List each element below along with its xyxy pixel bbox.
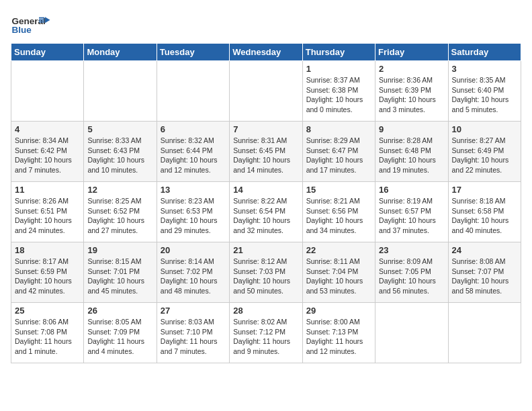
day-number: 17 (452, 185, 517, 195)
calendar-cell (84, 61, 157, 122)
weekday-header-monday: Monday (84, 44, 157, 61)
day-number: 5 (87, 124, 152, 134)
day-info: Sunrise: 8:29 AM Sunset: 6:47 PM Dayligh… (306, 136, 371, 175)
day-number: 1 (306, 64, 371, 74)
day-info: Sunrise: 8:14 AM Sunset: 7:02 PM Dayligh… (161, 257, 226, 296)
calendar-cell: 1Sunrise: 8:37 AM Sunset: 6:38 PM Daylig… (302, 61, 375, 122)
day-number: 25 (15, 306, 80, 316)
calendar-cell: 24Sunrise: 8:08 AM Sunset: 7:07 PM Dayli… (448, 242, 521, 303)
day-info: Sunrise: 8:06 AM Sunset: 7:08 PM Dayligh… (15, 317, 80, 357)
calendar-cell: 3Sunrise: 8:35 AM Sunset: 6:40 PM Daylig… (448, 61, 521, 122)
day-info: Sunrise: 8:28 AM Sunset: 6:48 PM Dayligh… (379, 136, 444, 175)
day-number: 28 (233, 306, 298, 316)
calendar-cell (448, 303, 521, 363)
calendar-cell: 21Sunrise: 8:12 AM Sunset: 7:03 PM Dayli… (230, 242, 302, 303)
calendar-week-1: 1Sunrise: 8:37 AM Sunset: 6:38 PM Daylig… (11, 61, 521, 122)
day-number: 27 (161, 306, 226, 316)
day-info: Sunrise: 8:31 AM Sunset: 6:45 PM Dayligh… (233, 136, 298, 175)
day-info: Sunrise: 8:02 AM Sunset: 7:12 PM Dayligh… (233, 317, 298, 357)
weekday-header-friday: Friday (375, 44, 448, 61)
calendar-cell: 4Sunrise: 8:34 AM Sunset: 6:42 PM Daylig… (11, 122, 84, 182)
day-info: Sunrise: 8:27 AM Sunset: 6:49 PM Dayligh… (452, 136, 517, 175)
calendar-header-row: SundayMondayTuesdayWednesdayThursdayFrid… (11, 44, 521, 61)
calendar-cell: 14Sunrise: 8:22 AM Sunset: 6:54 PM Dayli… (230, 182, 302, 242)
day-info: Sunrise: 8:00 AM Sunset: 7:13 PM Dayligh… (306, 317, 371, 357)
weekday-header-wednesday: Wednesday (230, 44, 302, 61)
calendar-cell: 28Sunrise: 8:02 AM Sunset: 7:12 PM Dayli… (230, 303, 302, 363)
day-info: Sunrise: 8:35 AM Sunset: 6:40 PM Dayligh… (452, 75, 517, 115)
logo-image: General Blue (11, 11, 51, 38)
day-number: 10 (452, 124, 517, 134)
calendar-cell: 23Sunrise: 8:09 AM Sunset: 7:05 PM Dayli… (375, 242, 448, 303)
calendar-cell: 20Sunrise: 8:14 AM Sunset: 7:02 PM Dayli… (157, 242, 229, 303)
day-number: 23 (379, 245, 444, 255)
calendar-cell: 26Sunrise: 8:05 AM Sunset: 7:09 PM Dayli… (84, 303, 157, 363)
calendar-cell: 19Sunrise: 8:15 AM Sunset: 7:01 PM Dayli… (84, 242, 157, 303)
svg-text:Blue: Blue (12, 25, 32, 35)
day-info: Sunrise: 8:05 AM Sunset: 7:09 PM Dayligh… (87, 317, 152, 357)
day-number: 4 (15, 124, 80, 134)
day-number: 20 (161, 245, 226, 255)
weekday-header-saturday: Saturday (448, 44, 521, 61)
day-number: 8 (306, 124, 371, 134)
weekday-header-sunday: Sunday (11, 44, 84, 61)
calendar-cell (375, 303, 448, 363)
day-info: Sunrise: 8:08 AM Sunset: 7:07 PM Dayligh… (452, 257, 517, 296)
calendar-cell: 8Sunrise: 8:29 AM Sunset: 6:47 PM Daylig… (302, 122, 375, 182)
page-header: General Blue (11, 11, 521, 38)
calendar-cell: 22Sunrise: 8:11 AM Sunset: 7:04 PM Dayli… (302, 242, 375, 303)
day-number: 16 (379, 185, 444, 195)
day-info: Sunrise: 8:23 AM Sunset: 6:53 PM Dayligh… (161, 196, 226, 236)
day-info: Sunrise: 8:12 AM Sunset: 7:03 PM Dayligh… (233, 257, 298, 296)
day-info: Sunrise: 8:11 AM Sunset: 7:04 PM Dayligh… (306, 257, 371, 296)
calendar-cell (157, 61, 229, 122)
day-info: Sunrise: 8:32 AM Sunset: 6:44 PM Dayligh… (161, 136, 226, 175)
day-number: 2 (379, 64, 444, 74)
calendar-cell: 11Sunrise: 8:26 AM Sunset: 6:51 PM Dayli… (11, 182, 84, 242)
weekday-header-tuesday: Tuesday (157, 44, 229, 61)
calendar-cell: 7Sunrise: 8:31 AM Sunset: 6:45 PM Daylig… (230, 122, 302, 182)
calendar-cell: 10Sunrise: 8:27 AM Sunset: 6:49 PM Dayli… (448, 122, 521, 182)
calendar-cell: 16Sunrise: 8:19 AM Sunset: 6:57 PM Dayli… (375, 182, 448, 242)
day-info: Sunrise: 8:25 AM Sunset: 6:52 PM Dayligh… (87, 196, 152, 236)
calendar-cell: 9Sunrise: 8:28 AM Sunset: 6:48 PM Daylig… (375, 122, 448, 182)
day-info: Sunrise: 8:22 AM Sunset: 6:54 PM Dayligh… (233, 196, 298, 236)
day-info: Sunrise: 8:33 AM Sunset: 6:43 PM Dayligh… (87, 136, 152, 175)
calendar-cell: 12Sunrise: 8:25 AM Sunset: 6:52 PM Dayli… (84, 182, 157, 242)
calendar-cell (11, 61, 84, 122)
day-info: Sunrise: 8:19 AM Sunset: 6:57 PM Dayligh… (379, 196, 444, 236)
day-number: 3 (452, 64, 517, 74)
day-info: Sunrise: 8:26 AM Sunset: 6:51 PM Dayligh… (15, 196, 80, 236)
day-info: Sunrise: 8:34 AM Sunset: 6:42 PM Dayligh… (15, 136, 80, 175)
day-info: Sunrise: 8:17 AM Sunset: 6:59 PM Dayligh… (15, 257, 80, 296)
calendar-cell: 18Sunrise: 8:17 AM Sunset: 6:59 PM Dayli… (11, 242, 84, 303)
day-info: Sunrise: 8:36 AM Sunset: 6:39 PM Dayligh… (379, 75, 444, 115)
logo: General Blue (11, 11, 51, 38)
day-number: 11 (15, 185, 80, 195)
calendar-cell: 29Sunrise: 8:00 AM Sunset: 7:13 PM Dayli… (302, 303, 375, 363)
calendar-cell: 15Sunrise: 8:21 AM Sunset: 6:56 PM Dayli… (302, 182, 375, 242)
calendar-cell (230, 61, 302, 122)
day-number: 9 (379, 124, 444, 134)
calendar-week-2: 4Sunrise: 8:34 AM Sunset: 6:42 PM Daylig… (11, 122, 521, 182)
calendar-cell: 25Sunrise: 8:06 AM Sunset: 7:08 PM Dayli… (11, 303, 84, 363)
svg-marker-2 (45, 17, 50, 23)
calendar-week-5: 25Sunrise: 8:06 AM Sunset: 7:08 PM Dayli… (11, 303, 521, 363)
day-number: 18 (15, 245, 80, 255)
calendar-week-3: 11Sunrise: 8:26 AM Sunset: 6:51 PM Dayli… (11, 182, 521, 242)
day-number: 24 (452, 245, 517, 255)
day-number: 29 (306, 306, 371, 316)
calendar-week-4: 18Sunrise: 8:17 AM Sunset: 6:59 PM Dayli… (11, 242, 521, 303)
day-number: 21 (233, 245, 298, 255)
calendar-cell: 27Sunrise: 8:03 AM Sunset: 7:10 PM Dayli… (157, 303, 229, 363)
day-number: 22 (306, 245, 371, 255)
weekday-header-thursday: Thursday (302, 44, 375, 61)
calendar-cell: 13Sunrise: 8:23 AM Sunset: 6:53 PM Dayli… (157, 182, 229, 242)
calendar-cell: 2Sunrise: 8:36 AM Sunset: 6:39 PM Daylig… (375, 61, 448, 122)
calendar-cell: 5Sunrise: 8:33 AM Sunset: 6:43 PM Daylig… (84, 122, 157, 182)
day-info: Sunrise: 8:09 AM Sunset: 7:05 PM Dayligh… (379, 257, 444, 296)
day-number: 14 (233, 185, 298, 195)
calendar-cell: 17Sunrise: 8:18 AM Sunset: 6:58 PM Dayli… (448, 182, 521, 242)
day-number: 7 (233, 124, 298, 134)
day-info: Sunrise: 8:37 AM Sunset: 6:38 PM Dayligh… (306, 75, 371, 115)
